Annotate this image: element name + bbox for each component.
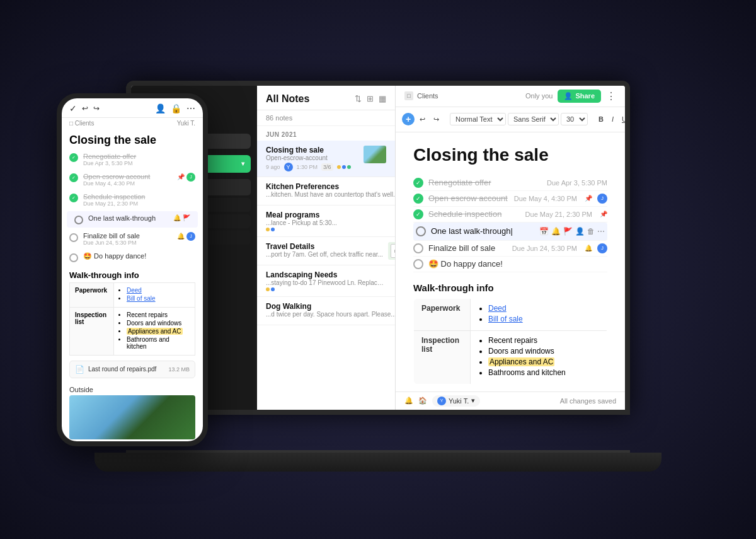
trash-icon[interactable]: 🗑 — [587, 227, 595, 236]
phone-link-deed[interactable]: Deed — [127, 287, 142, 294]
task-5[interactable]: Finalize bill of sale Due Jun 24, 5:30 P… — [413, 241, 607, 257]
phone-task-content-2: Open escrow account Due May 4, 4:30 PM — [83, 173, 172, 187]
walkthrough-table: Paperwork Deed Bill of sale Inspection l… — [413, 298, 607, 385]
person-icon[interactable]: 👤 — [575, 227, 585, 236]
share-button[interactable]: 👤 Share — [558, 90, 601, 103]
font-select[interactable]: Sans Serif — [508, 113, 559, 125]
highlight-appliances: Appliances and AC — [488, 357, 554, 366]
ellipsis-icon[interactable]: ⋯ — [597, 227, 605, 236]
add-content-button[interactable]: + — [402, 113, 415, 125]
phone-table-content-paperwork: Deed Bill of sale — [114, 282, 195, 307]
task-4[interactable]: One last walk-through| 📅 🔔 🚩 👤 🗑 ⋯ — [413, 223, 607, 241]
calendar-icon[interactable]: 📅 — [539, 227, 549, 236]
phone-checkbox-4[interactable] — [74, 216, 83, 224]
inspection-item-4: Bathrooms and kitchen — [488, 368, 599, 377]
note-fraction-1: 3/6 — [321, 163, 333, 171]
notes-list-panel: All Notes ⇅ ⊞ ▦ 86 notes JUN 2021 Closin… — [257, 86, 396, 410]
task-checkbox-3[interactable]: ✓ — [413, 209, 423, 219]
phone-screen: ✓ ↩ ↪ 👤 🔒 ⋯ □ Clients Yuki T. Closing th… — [62, 98, 203, 441]
task-2[interactable]: ✓ Open escrow account Due May 4, 4:30 PM… — [413, 191, 607, 207]
note-sub-1: Open-escrow-account — [266, 154, 358, 161]
task-checkbox-2[interactable]: ✓ — [413, 194, 423, 204]
task-checkbox-6[interactable] — [413, 259, 423, 269]
phone-topbar: ✓ ↩ ↪ 👤 🔒 ⋯ — [62, 98, 203, 118]
view-button[interactable]: ▦ — [379, 94, 386, 103]
note-item-closing-sale[interactable]: Closing the sale Open-escrow-account 9 a… — [257, 141, 395, 177]
task-checkbox-5[interactable] — [413, 243, 423, 253]
phone-more-icon[interactable]: ⋯ — [186, 103, 195, 113]
note-item-meal[interactable]: Meal programs ...lance - Pickup at 5:30.… — [257, 206, 395, 237]
phone-redo-icon[interactable]: ↪ — [93, 103, 100, 113]
note-meta-5 — [266, 287, 386, 291]
inspection-item-2: Doors and windows — [488, 347, 599, 356]
phone-task-4[interactable]: One last walk-through 🔔 🚩 — [67, 211, 198, 228]
underline-button[interactable]: U — [619, 113, 625, 125]
link-deed[interactable]: Deed — [488, 304, 507, 313]
task-6[interactable]: 🤩 Do happy dance! — [413, 257, 607, 272]
size-select[interactable]: 30 — [561, 113, 588, 125]
user-chip[interactable]: Y Yuki T. ▾ — [432, 395, 480, 407]
note-content: Closing the sale ✓ Renegotiate offer Due… — [396, 132, 625, 391]
phone-check-icon[interactable]: ✓ — [69, 103, 77, 113]
redo-button[interactable]: ↪ — [430, 113, 442, 125]
notes-controls: ⇅ ⊞ ▦ — [355, 94, 386, 103]
note-item-kitchen[interactable]: Kitchen Preferences ...kitchen. Must hav… — [257, 177, 395, 206]
phone-flag-icon: 🚩 — [183, 214, 190, 221]
task-text-1: Renegotiate offer — [428, 178, 542, 187]
phone-checkbox-5[interactable] — [69, 233, 78, 242]
table-label-inspection: Inspection list — [414, 330, 471, 384]
filter-button[interactable]: ⊞ — [367, 94, 374, 103]
bell-icon[interactable]: 🔔 — [551, 227, 561, 236]
walkthrough-heading: Walk-through info — [413, 282, 607, 293]
note-item-dog[interactable]: Dog Walking ...d twice per day. Space ho… — [257, 297, 395, 325]
phone-bell-icon-4: 🔔 — [173, 214, 181, 221]
phone-task-3[interactable]: ✓ Schedule inspection Due May 21, 2:30 P… — [62, 190, 203, 210]
phone-attachment-name: Last round of repairs.pdf — [88, 366, 164, 373]
phone-task-right-2: 📌 J — [177, 173, 195, 182]
flag-icon[interactable]: 🚩 — [563, 227, 573, 236]
note-title-2: Kitchen Preferences — [266, 182, 396, 191]
phone-table-row-inspection: Inspection list Recent repairs Doors and… — [70, 307, 195, 355]
phone-checkbox-1[interactable]: ✓ — [69, 153, 78, 162]
phone-table-label-inspection: Inspection list — [70, 307, 114, 355]
task-1[interactable]: ✓ Renegotiate offer Due Apr 3, 5:30 PM — [413, 175, 607, 191]
task-4-actions: 📅 🔔 🚩 👤 🗑 ⋯ — [539, 227, 605, 236]
phone-task-1[interactable]: ✓ Renegotiate offer Due Apr 3, 5:30 PM — [62, 149, 203, 170]
phone-person-icon[interactable]: 👤 — [155, 103, 166, 113]
phone-checkbox-6[interactable] — [69, 253, 78, 262]
phone-checkbox-2[interactable]: ✓ — [69, 173, 78, 182]
phone-task-5[interactable]: Finalize bill of sale Due Jun 24, 5:30 P… — [62, 229, 203, 249]
share-icon: 👤 — [564, 92, 573, 100]
link-bill-of-sale[interactable]: Bill of sale — [488, 315, 523, 323]
phone-undo-icon[interactable]: ↩ — [82, 103, 88, 113]
breadcrumb: Clients — [417, 92, 438, 100]
task-checkbox-1[interactable]: ✓ — [413, 178, 423, 188]
phone-task-6[interactable]: 🤩 Do happy dance! — [62, 249, 203, 265]
phone-task-2[interactable]: ✓ Open escrow account Due May 4, 4:30 PM… — [62, 170, 203, 190]
note-item-travel[interactable]: Travel Details ...port by 7am. Get off, … — [257, 237, 395, 265]
task-text-6: 🤩 Do happy dance! — [428, 259, 607, 269]
undo-button[interactable]: ↩ — [416, 113, 428, 125]
sort-button[interactable]: ⇅ — [355, 94, 362, 103]
note-sub-4: ...port by 7am. Get off, check traffic n… — [266, 251, 383, 258]
phone-checkbox-3[interactable]: ✓ — [69, 194, 78, 202]
task-checkbox-4[interactable] — [416, 226, 426, 236]
phone-link-bill-of-sale[interactable]: Bill of sale — [127, 295, 156, 302]
task-3[interactable]: ✓ Schedule inspection Due May 21, 2:30 P… — [413, 207, 607, 223]
phone-table-label-paperwork: Paperwork — [70, 282, 114, 307]
note-sub-2: ...kitchen. Must have an countertop that… — [266, 191, 396, 198]
toolbar: + ↩ ↪ Normal Text Sans Serif 30 B I — [396, 107, 625, 132]
italic-button[interactable]: I — [609, 113, 617, 125]
format-select[interactable]: Normal Text — [450, 113, 506, 125]
phone-attachment-size: 13.2 MB — [168, 366, 190, 373]
note-title-5: Landscaping Needs — [266, 270, 386, 279]
phone-lock-icon[interactable]: 🔒 — [171, 103, 181, 113]
more-options-button[interactable]: ⋮ — [606, 90, 616, 102]
phone-task-due-1: Due Apr 3, 5:30 PM — [83, 160, 195, 166]
table-row-inspection: Inspection list Recent repairs Doors and… — [414, 330, 607, 384]
bold-button[interactable]: B — [595, 113, 607, 125]
task-text-3: Schedule inspection — [428, 209, 520, 219]
note-item-landscaping[interactable]: Landscaping Needs ...staying to-do 17 Pi… — [257, 265, 395, 297]
visibility-label: Only you — [525, 92, 553, 100]
phone-attachment-row[interactable]: 📄 Last round of repairs.pdf 13.2 MB — [69, 361, 195, 378]
